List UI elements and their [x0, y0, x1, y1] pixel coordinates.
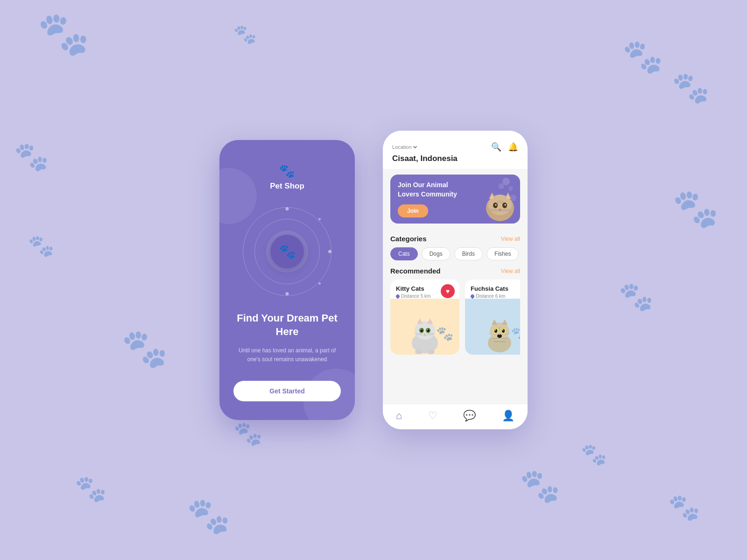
category-chips: Cats Dogs Birds Fishes: [390, 247, 520, 260]
svg-point-13: [505, 204, 506, 206]
paw-center: 🐾: [270, 235, 304, 268]
bell-icon[interactable]: 🔔: [508, 142, 518, 152]
categories-title: Categories: [390, 235, 427, 243]
category-chip-dogs[interactable]: Dogs: [422, 247, 451, 260]
pet-card-fuchsia[interactable]: Fuchsia Cats Distance 6 km 🐾: [465, 280, 520, 355]
left-phone-subtext: Until one has loved an animal, a part of…: [233, 346, 341, 364]
pet-cards-row: Kitty Cats Distance 5 km ♥: [390, 280, 520, 355]
svg-point-2: [499, 183, 504, 189]
categories-section: Categories View all Cats Dogs Birds Fish…: [383, 235, 528, 260]
app-title: Pet Shop: [270, 182, 304, 191]
categories-view-all[interactable]: View all: [501, 236, 520, 242]
svg-point-14: [499, 209, 501, 210]
paw-center-icon: 🐾: [279, 243, 296, 259]
location-label[interactable]: Location: [392, 144, 416, 150]
join-button[interactable]: Join: [398, 204, 428, 217]
category-chip-cats[interactable]: Cats: [390, 247, 418, 260]
dot-bottom: [286, 292, 289, 295]
svg-point-56: [495, 329, 496, 330]
bottom-nav: ⌂ ♡ 💬 👤: [383, 404, 528, 429]
dot-tr: [318, 218, 321, 220]
left-phone-headline: Find Your Dream Pet Here: [233, 312, 341, 338]
svg-point-54: [494, 329, 497, 333]
heart-icon: ♥: [446, 288, 450, 294]
left-phone: 🐾 Pet Shop 🐾 Find Your Dream Pet Here Un…: [219, 140, 355, 420]
app-icon-area: 🐾 Pet Shop: [270, 163, 304, 191]
right-phone: Location 🔍 🔔 Cisaat, Indonesia Join Our …: [383, 131, 528, 429]
svg-marker-45: [492, 319, 497, 325]
city-name: Cisaat, Indonesia: [392, 154, 518, 163]
nav-message-icon[interactable]: 💬: [463, 410, 476, 422]
svg-line-39: [427, 335, 435, 335]
location-pin-icon: [395, 294, 400, 299]
banner-title: Join Our Animal Lovers Community: [398, 181, 459, 199]
recommended-view-all[interactable]: View all: [501, 268, 520, 274]
circles-area: 🐾: [240, 205, 334, 298]
location-row: Location 🔍 🔔: [392, 142, 518, 152]
paw-icon-top: 🐾: [279, 163, 295, 179]
community-banner: Join Our Animal Lovers Community Join: [390, 175, 520, 224]
category-chip-fishes[interactable]: Fishes: [486, 247, 519, 260]
svg-line-37: [415, 335, 423, 335]
pet-card-kitty[interactable]: Kitty Cats Distance 5 km ♥: [390, 280, 459, 355]
pet-card-fuchsia-dist: Distance 6 km: [471, 294, 520, 299]
chevron-down-icon: [413, 144, 416, 148]
like-button-kitty[interactable]: ♥: [441, 284, 455, 298]
phones-container: 🐾 Pet Shop 🐾 Find Your Dream Pet Here Un…: [219, 131, 528, 429]
nav-profile-icon[interactable]: 👤: [502, 410, 514, 422]
svg-point-57: [502, 329, 503, 330]
svg-point-12: [495, 204, 497, 206]
categories-header: Categories View all: [390, 235, 520, 243]
recommended-title: Recommended: [390, 267, 441, 275]
svg-point-40: [415, 350, 423, 354]
svg-point-0: [502, 178, 510, 185]
search-icon[interactable]: 🔍: [491, 142, 501, 152]
banner-text-area: Join Our Animal Lovers Community Join: [390, 175, 466, 224]
nav-home-icon[interactable]: ⌂: [396, 410, 402, 422]
svg-point-33: [421, 329, 422, 330]
location-pin-icon-2: [470, 294, 475, 299]
dot-br: [318, 282, 321, 285]
svg-point-1: [508, 186, 513, 191]
svg-point-34: [427, 329, 428, 330]
dot-right: [328, 250, 331, 253]
svg-marker-46: [502, 319, 507, 325]
location-text: Location: [392, 144, 412, 150]
category-chip-birds[interactable]: Birds: [454, 247, 483, 260]
pet-card-kitty-img: 🐾: [390, 299, 459, 355]
svg-point-41: [427, 350, 435, 354]
header-icons: 🔍 🔔: [491, 142, 518, 152]
pet-card-fuchsia-name: Fuchsia Cats: [471, 285, 520, 292]
right-phone-inner: Location 🔍 🔔 Cisaat, Indonesia Join Our …: [383, 131, 528, 429]
right-phone-header: Location 🔍 🔔 Cisaat, Indonesia: [383, 131, 528, 169]
banner-cat-image: [466, 175, 520, 224]
pet-card-fuchsia-header: Fuchsia Cats Distance 6 km: [465, 280, 520, 299]
pet-card-fuchsia-img: 🐾: [465, 299, 520, 355]
recommended-header: Recommended View all: [390, 267, 520, 275]
svg-point-55: [502, 329, 505, 333]
dot-top: [286, 207, 289, 210]
recommended-section: Recommended View all Kitty Cats Distance…: [383, 267, 528, 355]
nav-heart-icon[interactable]: ♡: [428, 410, 437, 422]
get-started-button[interactable]: Get Started: [233, 381, 341, 401]
